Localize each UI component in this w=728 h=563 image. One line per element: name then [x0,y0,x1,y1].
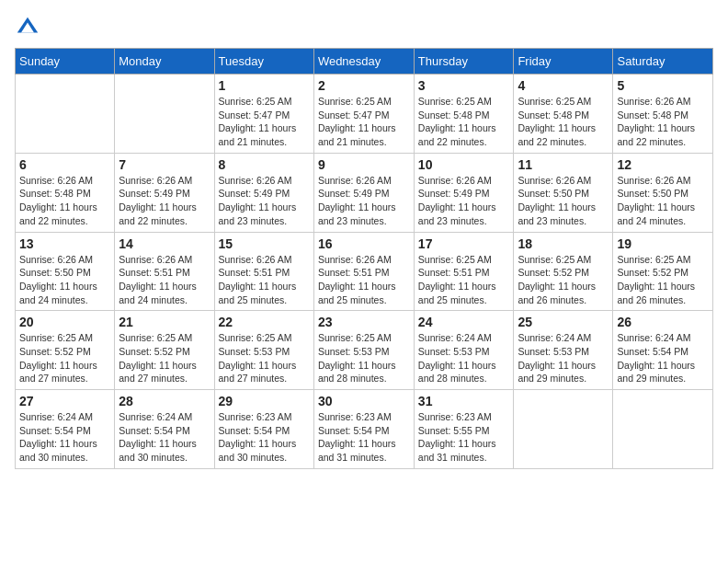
header-row: SundayMondayTuesdayWednesdayThursdayFrid… [16,49,713,75]
day-number: 26 [617,315,709,329]
day-info: Sunrise: 6:25 AM Sunset: 5:51 PM Dayligh… [418,253,510,307]
calendar-cell: 9Sunrise: 6:26 AM Sunset: 5:49 PM Daylig… [313,153,414,232]
calendar-cell: 23Sunrise: 6:25 AM Sunset: 5:53 PM Dayli… [313,311,414,390]
header-day: Tuesday [214,49,313,75]
calendar-cell [514,390,613,469]
calendar-cell: 31Sunrise: 6:23 AM Sunset: 5:55 PM Dayli… [414,390,514,469]
day-number: 16 [318,236,410,251]
day-number: 12 [617,157,709,172]
day-info: Sunrise: 6:26 AM Sunset: 5:51 PM Dayligh… [318,253,410,307]
calendar-cell: 17Sunrise: 6:25 AM Sunset: 5:51 PM Dayli… [414,232,514,311]
day-info: Sunrise: 6:24 AM Sunset: 5:53 PM Dayligh… [418,331,510,385]
calendar-cell: 2Sunrise: 6:25 AM Sunset: 5:47 PM Daylig… [313,75,414,154]
day-number: 1 [219,78,310,93]
header-day: Friday [514,49,613,75]
day-info: Sunrise: 6:25 AM Sunset: 5:52 PM Dayligh… [19,331,110,385]
calendar-cell: 21Sunrise: 6:25 AM Sunset: 5:52 PM Dayli… [115,311,214,390]
day-number: 23 [318,315,410,329]
day-number: 19 [617,236,709,251]
calendar-cell: 6Sunrise: 6:26 AM Sunset: 5:48 PM Daylig… [16,153,115,232]
day-number: 27 [19,394,110,408]
header-day: Thursday [414,49,514,75]
calendar-cell: 8Sunrise: 6:26 AM Sunset: 5:49 PM Daylig… [214,153,313,232]
calendar-cell [16,75,115,154]
day-info: Sunrise: 6:26 AM Sunset: 5:50 PM Dayligh… [617,174,709,228]
day-info: Sunrise: 6:25 AM Sunset: 5:47 PM Dayligh… [219,95,310,149]
calendar-cell: 27Sunrise: 6:24 AM Sunset: 5:54 PM Dayli… [16,390,115,469]
calendar-cell: 15Sunrise: 6:26 AM Sunset: 5:51 PM Dayli… [214,232,313,311]
day-info: Sunrise: 6:23 AM Sunset: 5:54 PM Dayligh… [219,410,310,465]
calendar-cell: 12Sunrise: 6:26 AM Sunset: 5:50 PM Dayli… [613,153,713,232]
calendar-cell [613,390,713,469]
calendar-cell: 18Sunrise: 6:25 AM Sunset: 5:52 PM Dayli… [514,232,613,311]
day-info: Sunrise: 6:26 AM Sunset: 5:49 PM Dayligh… [219,174,310,228]
calendar-cell: 28Sunrise: 6:24 AM Sunset: 5:54 PM Dayli… [115,390,214,469]
day-number: 5 [617,78,709,93]
calendar-cell [115,75,214,154]
calendar-cell: 4Sunrise: 6:25 AM Sunset: 5:48 PM Daylig… [514,75,613,154]
day-number: 11 [518,157,609,172]
calendar-week-row: 27Sunrise: 6:24 AM Sunset: 5:54 PM Dayli… [16,390,713,469]
day-number: 29 [219,394,310,408]
day-info: Sunrise: 6:26 AM Sunset: 5:50 PM Dayligh… [518,174,609,228]
calendar-cell: 29Sunrise: 6:23 AM Sunset: 5:54 PM Dayli… [214,390,313,469]
day-number: 10 [418,157,510,172]
calendar-cell: 16Sunrise: 6:26 AM Sunset: 5:51 PM Dayli… [313,232,414,311]
calendar-cell: 7Sunrise: 6:26 AM Sunset: 5:49 PM Daylig… [115,153,214,232]
calendar-cell: 10Sunrise: 6:26 AM Sunset: 5:49 PM Dayli… [414,153,514,232]
calendar-week-row: 20Sunrise: 6:25 AM Sunset: 5:52 PM Dayli… [16,311,713,390]
day-number: 14 [119,236,210,251]
day-info: Sunrise: 6:25 AM Sunset: 5:53 PM Dayligh… [219,331,310,385]
header-day: Sunday [16,49,115,75]
calendar-cell: 30Sunrise: 6:23 AM Sunset: 5:54 PM Dayli… [313,390,414,469]
day-info: Sunrise: 6:25 AM Sunset: 5:52 PM Dayligh… [617,253,709,307]
day-info: Sunrise: 6:25 AM Sunset: 5:47 PM Dayligh… [318,95,410,149]
day-number: 8 [219,157,310,172]
day-number: 15 [219,236,310,251]
day-number: 31 [418,394,510,408]
day-info: Sunrise: 6:25 AM Sunset: 5:52 PM Dayligh… [518,253,609,307]
day-info: Sunrise: 6:24 AM Sunset: 5:54 PM Dayligh… [19,410,110,465]
day-info: Sunrise: 6:26 AM Sunset: 5:50 PM Dayligh… [19,253,110,307]
header-day: Monday [115,49,214,75]
day-number: 21 [119,315,210,329]
day-number: 17 [418,236,510,251]
day-info: Sunrise: 6:24 AM Sunset: 5:53 PM Dayligh… [518,331,609,385]
header-day: Wednesday [313,49,414,75]
calendar-week-row: 1Sunrise: 6:25 AM Sunset: 5:47 PM Daylig… [16,75,713,154]
calendar-week-row: 13Sunrise: 6:26 AM Sunset: 5:50 PM Dayli… [16,232,713,311]
day-number: 24 [418,315,510,329]
day-number: 28 [119,394,210,408]
day-info: Sunrise: 6:26 AM Sunset: 5:49 PM Dayligh… [418,174,510,228]
day-info: Sunrise: 6:24 AM Sunset: 5:54 PM Dayligh… [617,331,709,385]
day-number: 30 [318,394,410,408]
day-info: Sunrise: 6:26 AM Sunset: 5:48 PM Dayligh… [19,174,110,228]
day-number: 20 [19,315,110,329]
calendar-table: SundayMondayTuesdayWednesdayThursdayFrid… [15,48,713,469]
header-day: Saturday [613,49,713,75]
calendar-cell: 11Sunrise: 6:26 AM Sunset: 5:50 PM Dayli… [514,153,613,232]
day-info: Sunrise: 6:24 AM Sunset: 5:54 PM Dayligh… [119,410,210,465]
day-number: 2 [318,78,410,93]
calendar-cell: 5Sunrise: 6:26 AM Sunset: 5:48 PM Daylig… [613,75,713,154]
calendar-cell: 19Sunrise: 6:25 AM Sunset: 5:52 PM Dayli… [613,232,713,311]
day-info: Sunrise: 6:26 AM Sunset: 5:49 PM Dayligh… [318,174,410,228]
calendar-cell: 22Sunrise: 6:25 AM Sunset: 5:53 PM Dayli… [214,311,313,390]
calendar-cell: 1Sunrise: 6:25 AM Sunset: 5:47 PM Daylig… [214,75,313,154]
calendar-cell: 26Sunrise: 6:24 AM Sunset: 5:54 PM Dayli… [613,311,713,390]
calendar-cell: 25Sunrise: 6:24 AM Sunset: 5:53 PM Dayli… [514,311,613,390]
day-info: Sunrise: 6:26 AM Sunset: 5:49 PM Dayligh… [119,174,210,228]
calendar-cell: 14Sunrise: 6:26 AM Sunset: 5:51 PM Dayli… [115,232,214,311]
day-info: Sunrise: 6:23 AM Sunset: 5:55 PM Dayligh… [418,410,510,465]
day-info: Sunrise: 6:25 AM Sunset: 5:48 PM Dayligh… [418,95,510,149]
calendar-cell: 13Sunrise: 6:26 AM Sunset: 5:50 PM Dayli… [16,232,115,311]
day-info: Sunrise: 6:25 AM Sunset: 5:52 PM Dayligh… [119,331,210,385]
day-info: Sunrise: 6:25 AM Sunset: 5:53 PM Dayligh… [318,331,410,385]
day-info: Sunrise: 6:25 AM Sunset: 5:48 PM Dayligh… [518,95,609,149]
calendar-cell: 3Sunrise: 6:25 AM Sunset: 5:48 PM Daylig… [414,75,514,154]
day-number: 4 [518,78,609,93]
calendar-cell: 24Sunrise: 6:24 AM Sunset: 5:53 PM Dayli… [414,311,514,390]
day-info: Sunrise: 6:26 AM Sunset: 5:51 PM Dayligh… [119,253,210,307]
day-number: 3 [418,78,510,93]
day-info: Sunrise: 6:23 AM Sunset: 5:54 PM Dayligh… [318,410,410,465]
